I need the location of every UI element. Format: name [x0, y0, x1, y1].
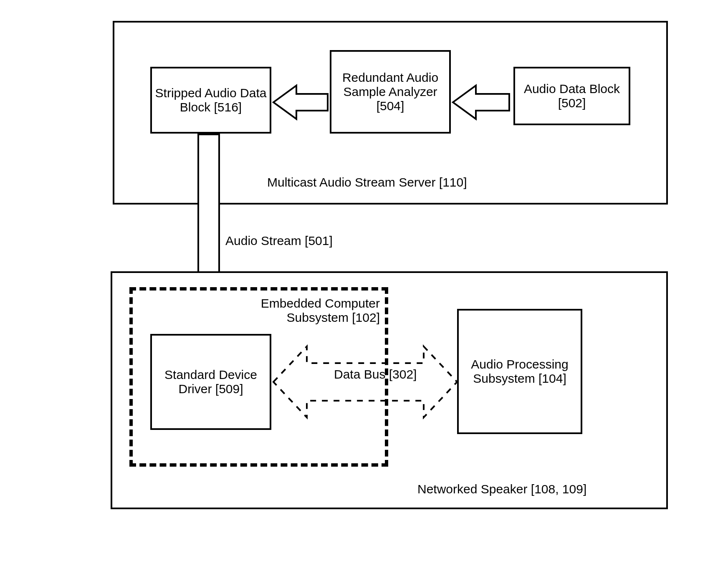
audio-processing-label: Audio Processing Subsystem [104] — [461, 357, 578, 386]
audio-stream-label: Audio Stream [501] — [225, 234, 333, 248]
analyzer-label: Redundant Audio Sample Analyzer [504] — [334, 71, 447, 113]
svg-marker-0 — [273, 86, 328, 119]
audio-processing-block: Audio Processing Subsystem [104] — [457, 309, 582, 434]
server-container-label: Multicast Audio Stream Server [110] — [267, 175, 467, 189]
device-driver-label: Standard Device Driver [509] — [154, 368, 267, 396]
data-bus-label: Data Bus [302] — [334, 367, 405, 381]
data-bus-arrow — [273, 336, 457, 428]
embedded-subsystem-label: Embedded Computer Subsystem [102] — [234, 296, 380, 325]
arrow-audioblock-to-analyzer — [453, 81, 511, 123]
diagram-canvas: Stripped Audio Data Block [516] Redundan… — [0, 0, 728, 576]
audio-data-block: Audio Data Block [502] — [513, 67, 630, 125]
arrow-analyzer-to-stripped — [273, 81, 330, 123]
svg-marker-1 — [453, 86, 509, 119]
speaker-container-label: Networked Speaker [108, 109] — [417, 482, 586, 496]
embedded-line1: Embedded Computer — [261, 296, 380, 310]
stripped-audio-label: Stripped Audio Data Block [516] — [154, 86, 267, 114]
svg-marker-3 — [273, 346, 457, 417]
embedded-line2: Subsystem [102] — [287, 311, 380, 324]
device-driver-block: Standard Device Driver [509] — [150, 334, 271, 430]
audio-data-label: Audio Data Block [502] — [518, 82, 626, 110]
stripped-audio-block: Stripped Audio Data Block [516] — [150, 67, 271, 134]
analyzer-block: Redundant Audio Sample Analyzer [504] — [330, 50, 451, 134]
